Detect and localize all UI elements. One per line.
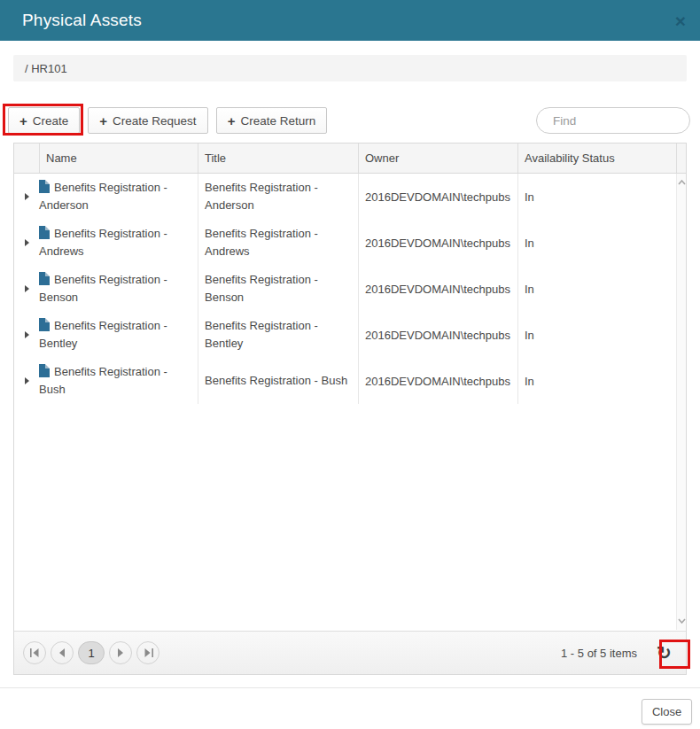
expand-caret-icon[interactable] <box>25 285 29 292</box>
modal-header: Physical Assets × <box>0 0 700 41</box>
name-text: Benefits Registration - Bush <box>39 365 167 396</box>
assets-grid: Name Title Owner Availability Status Ben… <box>13 143 687 675</box>
document-icon <box>39 180 50 193</box>
items-count-text: 1 - 5 of 5 items <box>561 647 637 660</box>
plus-icon: + <box>19 113 27 128</box>
expand-caret-icon[interactable] <box>25 239 29 246</box>
expand-cell <box>14 266 39 312</box>
title-cell: Benefits Registration - Benson <box>198 266 358 312</box>
owner-cell: 2016DEVDOMAIN\techpubs <box>358 312 517 358</box>
expand-caret-icon[interactable] <box>25 331 29 338</box>
header-scroll-corner <box>676 143 686 173</box>
first-page-icon <box>30 648 40 657</box>
toolbar: + Create + Create Request + Create Retur… <box>8 107 327 134</box>
refresh-icon: ↻ <box>657 642 672 663</box>
column-header-availability-status[interactable]: Availability Status <box>517 143 676 173</box>
expand-column-header <box>14 143 39 173</box>
expand-cell <box>14 358 39 404</box>
scroll-up-icon[interactable] <box>677 179 686 186</box>
expand-cell <box>14 312 39 358</box>
title-cell: Benefits Registration - Bush <box>198 358 358 404</box>
expand-cell <box>14 220 39 266</box>
breadcrumb-path: / HR101 <box>25 62 67 75</box>
table-row[interactable]: Benefits Registration - Bush Benefits Re… <box>14 358 676 404</box>
owner-cell: 2016DEVDOMAIN\techpubs <box>358 266 517 312</box>
document-icon <box>39 318 50 331</box>
name-cell: Benefits Registration - Bush <box>39 358 198 404</box>
name-cell: Benefits Registration - Benson <box>39 266 198 312</box>
create-button[interactable]: + Create <box>8 107 80 134</box>
refresh-button[interactable]: ↻ <box>651 641 677 665</box>
last-page-icon <box>144 648 153 657</box>
document-icon <box>39 272 50 285</box>
table-row[interactable]: Benefits Registration - Bentley Benefits… <box>14 312 676 358</box>
name-cell: Benefits Registration - Bentley <box>39 312 198 358</box>
status-cell: In <box>517 312 676 358</box>
status-cell: In <box>517 174 676 220</box>
document-icon <box>39 364 50 377</box>
table-row[interactable]: Benefits Registration - Benson Benefits … <box>14 266 676 312</box>
owner-cell: 2016DEVDOMAIN\techpubs <box>358 220 517 266</box>
name-text: Benefits Registration - Bentley <box>39 319 167 350</box>
previous-page-icon <box>58 648 66 657</box>
name-cell: Benefits Registration - Andrews <box>39 220 198 266</box>
owner-cell: 2016DEVDOMAIN\techpubs <box>358 358 517 404</box>
grid-body: Benefits Registration - Anderson Benefit… <box>14 174 686 630</box>
grid-header: Name Title Owner Availability Status <box>14 143 686 174</box>
vertical-scrollbar[interactable] <box>676 174 686 630</box>
column-header-name[interactable]: Name <box>39 143 198 173</box>
plus-icon: + <box>99 113 107 128</box>
document-icon <box>39 226 50 239</box>
grid-rows: Benefits Registration - Anderson Benefit… <box>14 174 676 404</box>
create-request-button[interactable]: + Create Request <box>88 107 207 134</box>
close-button[interactable]: Close <box>642 699 692 725</box>
create-button-label: Create <box>33 114 69 128</box>
table-row[interactable]: Benefits Registration - Andrews Benefits… <box>14 220 676 266</box>
breadcrumb: / HR101 <box>13 55 687 81</box>
owner-cell: 2016DEVDOMAIN\techpubs <box>358 174 517 220</box>
expand-caret-icon[interactable] <box>25 377 29 384</box>
status-cell: In <box>517 266 676 312</box>
last-page-button[interactable] <box>136 641 159 664</box>
create-return-button-label: Create Return <box>240 114 315 128</box>
plus-icon: + <box>228 113 236 128</box>
name-text: Benefits Registration - Anderson <box>39 181 167 212</box>
expand-cell <box>14 174 39 220</box>
create-return-button[interactable]: + Create Return <box>216 107 328 134</box>
status-cell: In <box>517 358 676 404</box>
footer-divider <box>0 687 700 688</box>
modal-title: Physical Assets <box>0 11 142 30</box>
find-input[interactable] <box>536 107 690 134</box>
name-text: Benefits Registration - Benson <box>39 273 167 304</box>
table-row[interactable]: Benefits Registration - Anderson Benefit… <box>14 174 676 220</box>
title-cell: Benefits Registration - Anderson <box>198 174 358 220</box>
title-cell: Benefits Registration - Andrews <box>198 220 358 266</box>
title-cell: Benefits Registration - Bentley <box>198 312 358 358</box>
name-cell: Benefits Registration - Anderson <box>39 174 198 220</box>
close-icon[interactable]: × <box>675 12 686 30</box>
first-page-button[interactable] <box>23 641 46 664</box>
column-header-title[interactable]: Title <box>198 143 358 173</box>
column-header-owner[interactable]: Owner <box>358 143 517 173</box>
expand-caret-icon[interactable] <box>25 193 29 200</box>
scroll-down-icon[interactable] <box>677 617 686 624</box>
next-page-button[interactable] <box>109 641 132 664</box>
previous-page-button[interactable] <box>51 641 74 664</box>
create-request-button-label: Create Request <box>113 114 197 128</box>
pager: 1 1 - 5 of 5 items ↻ <box>14 631 686 674</box>
status-cell: In <box>517 220 676 266</box>
current-page-indicator[interactable]: 1 <box>78 641 105 664</box>
name-text: Benefits Registration - Andrews <box>39 227 167 258</box>
next-page-icon <box>117 648 124 657</box>
